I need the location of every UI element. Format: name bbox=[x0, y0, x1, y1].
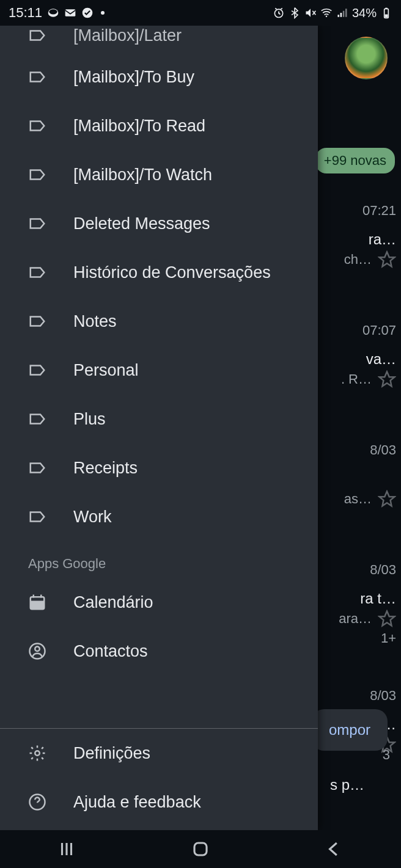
label-item-notes[interactable]: Notes bbox=[0, 297, 318, 346]
email-subject: ara… bbox=[339, 610, 396, 628]
email-date: 8/03 bbox=[370, 442, 396, 458]
recents-button[interactable] bbox=[54, 837, 79, 861]
label-text: Histórico de Conversações bbox=[73, 263, 271, 282]
app-label: Contactos bbox=[73, 642, 148, 661]
notif-icon-3 bbox=[81, 7, 94, 19]
help-icon bbox=[28, 792, 48, 812]
label-item-history[interactable]: Histórico de Conversações bbox=[0, 248, 318, 297]
label-icon bbox=[28, 507, 48, 527]
settings-label: Definições bbox=[73, 744, 150, 763]
email-sender: va… bbox=[366, 351, 396, 368]
email-sender: ra… bbox=[369, 231, 396, 248]
email-fragment: s p… bbox=[330, 776, 364, 793]
contacts-icon bbox=[28, 641, 48, 661]
app-calendar[interactable]: Calendário bbox=[0, 578, 318, 627]
label-text: [Mailbox]/To Read bbox=[73, 117, 205, 136]
label-text: [Mailbox]/To Buy bbox=[73, 68, 194, 87]
svg-rect-7 bbox=[385, 8, 387, 9]
label-icon bbox=[28, 360, 48, 380]
email-row[interactable]: 07:07 va… . R… bbox=[318, 323, 396, 388]
label-item-receipts[interactable]: Receipts bbox=[0, 443, 318, 492]
email-row[interactable]: 07:21 ra… ch… bbox=[318, 203, 396, 269]
svg-point-14 bbox=[35, 751, 40, 756]
app-label: Calendário bbox=[73, 593, 153, 612]
calendar-icon bbox=[28, 593, 48, 612]
navigation-drawer: [Mailbox]/Later [Mailbox]/To Buy [Mailbo… bbox=[0, 26, 318, 830]
system-nav-bar bbox=[0, 830, 401, 868]
email-subject: . R… bbox=[341, 370, 396, 388]
email-date: 07:21 bbox=[362, 203, 396, 219]
label-text: Notes bbox=[73, 312, 117, 331]
svg-point-5 bbox=[326, 16, 328, 18]
label-item-to-buy[interactable]: [Mailbox]/To Buy bbox=[0, 53, 318, 101]
clock: 15:11 bbox=[9, 5, 42, 21]
label-item-work[interactable]: Work bbox=[0, 492, 318, 541]
label-text: Receipts bbox=[73, 459, 138, 478]
unread-badge[interactable]: +99 novas bbox=[315, 148, 395, 173]
battery-icon bbox=[380, 7, 392, 19]
svg-rect-2 bbox=[65, 9, 76, 16]
label-item-plus[interactable]: Plus bbox=[0, 395, 318, 443]
label-icon bbox=[28, 263, 48, 282]
settings-item[interactable]: Definições bbox=[0, 729, 318, 778]
label-icon bbox=[28, 214, 48, 233]
email-row[interactable]: 8/03 ra t… ara… 1+ bbox=[318, 562, 396, 646]
help-label: Ajuda e feedback bbox=[73, 793, 201, 812]
label-text: [Mailbox]/Later bbox=[73, 26, 182, 45]
label-item-later[interactable]: [Mailbox]/Later bbox=[0, 26, 318, 53]
mail-icon bbox=[64, 7, 76, 19]
star-icon[interactable] bbox=[378, 490, 396, 508]
label-item-to-read[interactable]: [Mailbox]/To Read bbox=[0, 101, 318, 150]
email-subject: ch… bbox=[344, 250, 396, 269]
notif-icon-1 bbox=[47, 7, 59, 19]
label-item-personal[interactable]: Personal bbox=[0, 346, 318, 395]
label-icon bbox=[28, 409, 48, 429]
mute-icon bbox=[304, 7, 317, 19]
status-left: 15:11 bbox=[9, 5, 105, 21]
label-text: Personal bbox=[73, 361, 139, 380]
section-apps-google: Apps Google bbox=[0, 541, 318, 578]
star-icon[interactable] bbox=[378, 250, 396, 269]
svg-rect-8 bbox=[385, 15, 388, 18]
svg-point-1 bbox=[49, 9, 57, 14]
label-icon bbox=[28, 312, 48, 331]
star-icon[interactable] bbox=[378, 610, 396, 628]
alarm-icon bbox=[273, 7, 285, 19]
email-date: 8/03 bbox=[370, 688, 396, 704]
account-avatar[interactable] bbox=[345, 37, 388, 79]
label-icon bbox=[28, 116, 48, 136]
status-bar: 15:11 34% bbox=[0, 0, 401, 26]
thread-count: 1+ bbox=[381, 630, 396, 646]
label-item-to-watch[interactable]: [Mailbox]/To Watch bbox=[0, 150, 318, 199]
label-text: [Mailbox]/To Watch bbox=[73, 166, 212, 184]
email-subject: as… bbox=[344, 490, 396, 508]
back-button[interactable] bbox=[322, 837, 347, 861]
label-text: Work bbox=[73, 508, 112, 527]
email-date: 07:07 bbox=[362, 323, 396, 338]
drawer-scroll[interactable]: [Mailbox]/Later [Mailbox]/To Buy [Mailbo… bbox=[0, 26, 318, 728]
svg-rect-16 bbox=[194, 843, 207, 855]
email-date-fragment: 3 bbox=[383, 747, 390, 763]
email-row[interactable]: 8/03 as… bbox=[318, 442, 396, 508]
star-icon[interactable] bbox=[378, 370, 396, 388]
signal-icon bbox=[336, 7, 348, 19]
email-date: 8/03 bbox=[370, 562, 396, 578]
battery-percent: 34% bbox=[352, 6, 377, 20]
app-contacts[interactable]: Contactos bbox=[0, 627, 318, 676]
label-text: Plus bbox=[73, 410, 106, 429]
home-button[interactable] bbox=[188, 837, 213, 861]
compose-button[interactable]: ompor bbox=[312, 709, 388, 751]
label-icon bbox=[28, 26, 48, 45]
svg-point-13 bbox=[35, 647, 40, 652]
label-text: Deleted Messages bbox=[73, 214, 210, 233]
wifi-icon bbox=[320, 7, 333, 19]
label-item-deleted[interactable]: Deleted Messages bbox=[0, 199, 318, 248]
label-icon bbox=[28, 165, 48, 184]
more-notif-dot bbox=[101, 11, 105, 15]
label-icon bbox=[28, 458, 48, 478]
label-icon bbox=[28, 67, 48, 87]
bluetooth-icon bbox=[289, 7, 301, 19]
help-item[interactable]: Ajuda e feedback bbox=[0, 778, 318, 830]
gear-icon bbox=[28, 743, 48, 763]
status-right: 34% bbox=[273, 6, 392, 20]
